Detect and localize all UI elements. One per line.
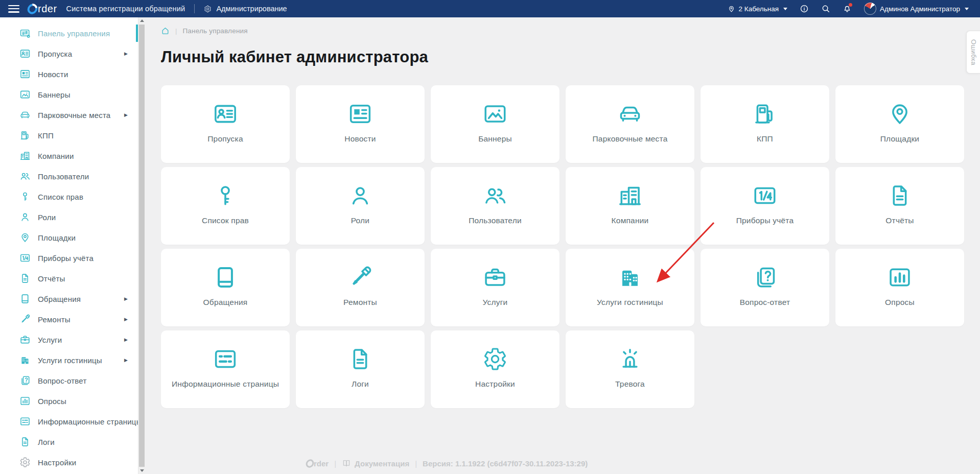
card-label: Пропуска [199,133,251,145]
sidebar-item-repairs[interactable]: Ремонты▶ [0,309,138,329]
sidebar-item-services[interactable]: Услуги▶ [0,329,138,350]
card-label: Услуги [475,297,516,308]
person-icon [347,183,373,208]
sidebar-item-label: Пользователи [38,172,89,181]
scrollbar-thumb[interactable] [139,25,145,467]
poll-icon [19,395,31,407]
sidebar-item-passes[interactable]: Пропуска▶ [0,43,138,64]
briefcase-icon [482,265,508,290]
card-rights[interactable]: Список прав [161,167,290,245]
sidebar-item-hotel-services[interactable]: Услуги гостиницы▶ [0,350,138,370]
card-polls[interactable]: Опросы [835,249,964,326]
documentation-link[interactable]: Документация [342,459,409,468]
search-button[interactable] [818,1,833,16]
sidebar-item-settings[interactable]: Настройки [0,452,138,472]
app-title: Система регистрации обращений [66,5,185,13]
card-news[interactable]: Новости [296,85,425,163]
building-icon [617,183,643,208]
card-info-pages[interactable]: Информационные страницы [161,330,290,408]
error-feedback-tab[interactable]: Ошибка [966,31,980,74]
report-icon [347,346,373,372]
footer: rder | Документация | Версия: 1.1.1922 (… [306,459,588,468]
sidebar-item-dashboard[interactable]: Панель управления [0,23,138,43]
chevron-down-icon [783,8,787,10]
sidebar-item-users[interactable]: Пользователи [0,166,138,186]
chevron-right-icon: ▶ [124,113,132,117]
pin-icon [887,101,913,127]
card-label: Новости [336,133,384,145]
card-logs[interactable]: Логи [296,330,425,408]
card-alarm[interactable]: Тревога [566,330,694,408]
sidebar-item-banners[interactable]: Баннеры [0,84,138,105]
card-checkpoint[interactable]: КПП [701,85,829,163]
id-card-icon [19,48,31,59]
id-card-icon [213,101,238,127]
card-users[interactable]: Пользователи [431,167,559,245]
sidebar-item-news[interactable]: Новости [0,64,138,84]
card-passes[interactable]: Пропуска [161,85,290,163]
sidebar-item-parking[interactable]: Парковочные места▶ [0,105,138,125]
screwdriver-icon [19,314,31,325]
card-services[interactable]: Услуги [431,249,559,326]
card-companies[interactable]: Компании [566,167,694,245]
sidebar-item-label: Компании [38,152,74,160]
gear-badge-icon [204,5,212,13]
card-settings[interactable]: Настройки [431,330,559,408]
sidebar-item-meters[interactable]: Приборы учёта [0,248,138,268]
card-faq[interactable]: Вопрос-ответ [701,249,829,326]
user-menu[interactable]: Админов Администратор [861,3,972,15]
report-icon [887,183,913,208]
sidebar: Панель управленияПропуска▶НовостиБаннеры… [0,17,138,474]
info-icon [800,4,809,13]
section-administration[interactable]: Администрирование [204,5,287,13]
sidebar-item-rights[interactable]: Список прав [0,186,138,207]
card-banners[interactable]: Баннеры [431,85,559,163]
card-repairs[interactable]: Ремонты [296,249,425,326]
sidebar-menu: Панель управленияПропуска▶НовостиБаннеры… [0,23,138,472]
sidebar-item-checkpoint[interactable]: КПП [0,125,138,146]
pin-icon [19,232,31,243]
sidebar-item-label: Новости [38,70,68,79]
sidebar-item-sites[interactable]: Площадки [0,227,138,248]
app-logo[interactable]: rder [28,3,57,15]
sidebar-item-label: Баннеры [38,90,71,99]
sidebar-item-companies[interactable]: Компании [0,146,138,166]
search-icon [821,4,830,13]
card-label: Обращения [195,297,256,308]
sidebar-item-label: Логи [38,438,55,446]
scroll-down-arrow[interactable] [138,467,145,474]
card-label: Вопрос-ответ [732,297,799,308]
card-label: Площадки [872,133,927,145]
card-sites[interactable]: Площадки [835,85,964,163]
notifications-button[interactable] [839,1,855,16]
location-selector[interactable]: 2 Кабельная [725,5,790,13]
sidebar-item-label: Ремонты [38,315,71,324]
dashboard-icon [19,28,31,39]
sidebar-item-logs[interactable]: Логи [0,432,138,452]
sidebar-item-roles[interactable]: Роли [0,207,138,227]
sidebar-item-faq[interactable]: Вопрос-ответ [0,370,138,391]
sidebar-item-info-pages[interactable]: Информационные страницы [0,411,138,432]
card-meters[interactable]: Приборы учёта [701,167,829,245]
card-appeals[interactable]: Обращения [161,249,290,326]
sidebar-item-label: Пропуска [38,50,72,58]
sidebar-item-label: Панель управления [38,29,110,38]
briefcase-icon [19,334,31,345]
sidebar-item-reports[interactable]: Отчёты [0,268,138,289]
sidebar-item-polls[interactable]: Опросы [0,391,138,411]
card-hotel-services[interactable]: Услуги гостиницы [566,249,694,326]
card-roles[interactable]: Роли [296,167,425,245]
card-parking[interactable]: Парковочные места [566,85,694,163]
sidebar-item-appeals[interactable]: Обращения▶ [0,289,138,309]
info-button[interactable] [797,1,812,16]
card-reports[interactable]: Отчёты [835,167,964,245]
menu-toggle-icon[interactable] [8,5,19,13]
card-label: Компании [603,215,657,226]
home-icon[interactable] [161,27,170,35]
image-icon [19,89,31,100]
topbar: rder Система регистрации обращений Админ… [0,0,980,17]
logo-text: rder [38,3,57,15]
book-icon [342,459,351,468]
scroll-up-arrow[interactable] [138,17,145,24]
breadcrumb: | Панель управления [161,26,964,36]
